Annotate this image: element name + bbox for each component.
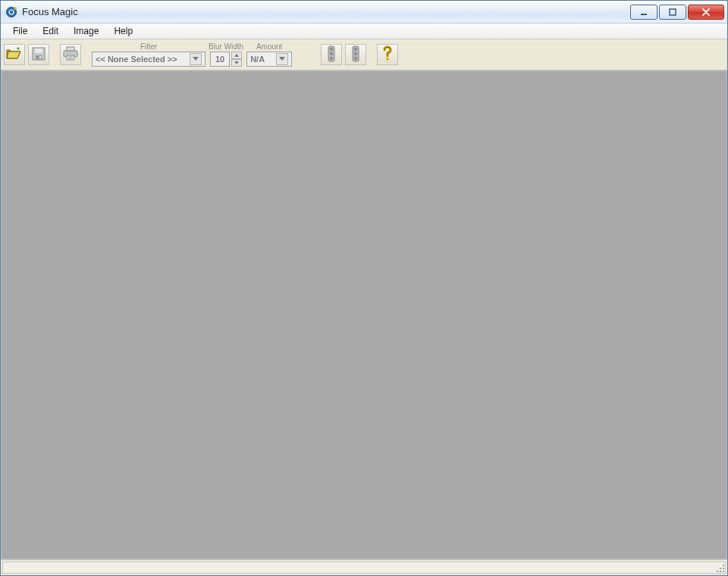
statusbar: [1, 559, 727, 575]
traffic-light-icon: [326, 45, 337, 64]
save-icon: [31, 46, 46, 64]
status-text: [2, 562, 726, 574]
help-button[interactable]: [377, 44, 398, 65]
resize-grip-icon[interactable]: [714, 562, 726, 574]
svg-rect-2: [641, 14, 647, 15]
svg-point-18: [354, 48, 357, 51]
blur-width-label: Blur Width: [209, 42, 243, 51]
menubar: File Edit Image Help: [1, 23, 727, 39]
spinner-up-icon[interactable]: [231, 52, 242, 59]
filter-group: Filter << None Selected >>: [92, 42, 206, 67]
amount-label: Amount: [256, 42, 282, 51]
chevron-down-icon: [276, 53, 288, 65]
amount-select[interactable]: N/A: [246, 52, 292, 67]
svg-rect-7: [39, 56, 41, 58]
workspace[interactable]: [1, 70, 727, 559]
toolbar: Filter << None Selected >> Blur Width 10: [1, 39, 727, 70]
svg-rect-10: [67, 55, 74, 60]
print-button: [60, 44, 81, 65]
amount-group: Amount N/A: [246, 42, 292, 67]
svg-rect-8: [67, 47, 74, 51]
svg-rect-27: [723, 571, 724, 572]
svg-point-15: [330, 52, 333, 55]
menu-help[interactable]: Help: [106, 23, 140, 39]
traffic-light-icon: [350, 45, 361, 64]
open-folder-icon: [6, 47, 23, 63]
process-before-button: [321, 44, 342, 65]
svg-rect-24: [723, 568, 724, 569]
app-window: Focus Magic File Edit Image Help: [0, 0, 728, 576]
amount-value: N/A: [250, 55, 265, 64]
open-button[interactable]: [4, 44, 25, 65]
spinner-down-icon[interactable]: [231, 59, 242, 67]
svg-rect-22: [723, 565, 724, 566]
filter-value: << None Selected >>: [96, 55, 177, 64]
svg-point-16: [330, 57, 333, 60]
close-button[interactable]: [688, 5, 724, 20]
blur-width-group: Blur Width 10: [209, 42, 243, 67]
filter-label: Filter: [140, 42, 157, 51]
maximize-button[interactable]: [659, 5, 686, 20]
svg-rect-23: [720, 568, 721, 569]
svg-rect-3: [670, 9, 676, 15]
menu-file[interactable]: File: [5, 23, 35, 39]
svg-point-21: [386, 58, 389, 61]
svg-rect-25: [717, 571, 718, 572]
minimize-button[interactable]: [630, 5, 657, 20]
process-after-button: [345, 44, 366, 65]
blur-width-spinner[interactable]: 10: [210, 52, 242, 67]
print-icon: [62, 46, 79, 64]
svg-point-14: [330, 48, 333, 51]
app-icon: [5, 6, 17, 18]
menu-image[interactable]: Image: [66, 23, 106, 39]
svg-point-20: [354, 57, 357, 60]
svg-rect-5: [35, 49, 42, 53]
save-button: [28, 44, 49, 65]
blur-width-value: 10: [210, 52, 230, 67]
menu-edit[interactable]: Edit: [35, 23, 66, 39]
window-title: Focus Magic: [22, 6, 78, 17]
filter-select[interactable]: << None Selected >>: [92, 52, 206, 67]
svg-point-1: [14, 7, 17, 10]
chevron-down-icon: [190, 53, 202, 65]
svg-rect-26: [720, 571, 721, 572]
titlebar[interactable]: Focus Magic: [1, 1, 727, 23]
help-icon: [381, 45, 394, 64]
svg-point-19: [354, 52, 357, 55]
